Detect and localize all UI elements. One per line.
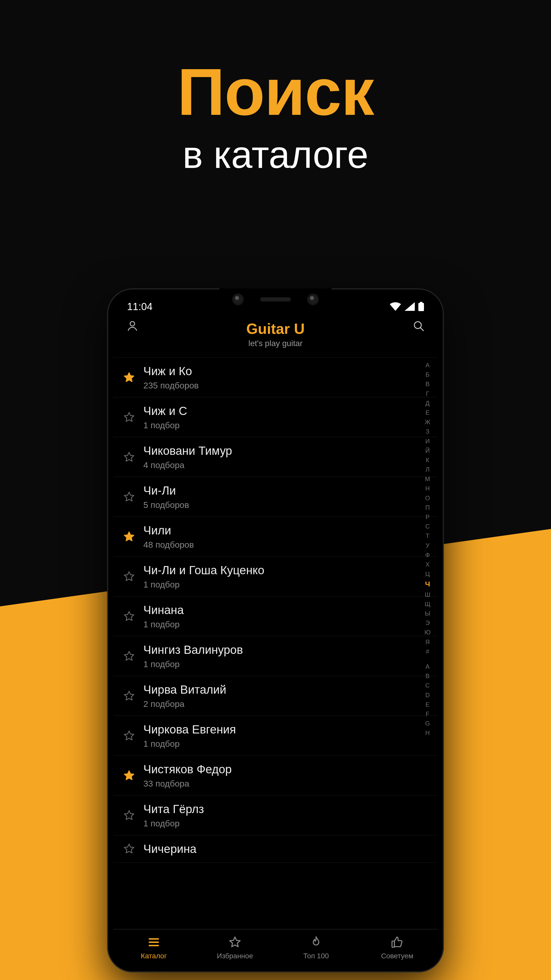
alpha-letter[interactable]: К	[426, 455, 429, 465]
favorite-star-icon[interactable]	[123, 570, 135, 583]
alpha-letter[interactable]: G	[425, 719, 430, 728]
star-icon	[228, 935, 241, 950]
alpha-letter[interactable]: Х	[426, 560, 430, 569]
list-item[interactable]: Чи-Ли 5 подборов	[113, 477, 438, 517]
svg-rect-1	[418, 303, 424, 311]
artist-name: Чинана	[143, 603, 426, 617]
artist-count: 1 подбор	[143, 420, 426, 430]
alpha-letter[interactable]: З	[426, 427, 430, 436]
alpha-letter[interactable]: Е	[426, 408, 430, 417]
alpha-letter[interactable]: Э	[425, 618, 430, 628]
artist-name: Чиж и Ко	[143, 364, 426, 378]
list-item[interactable]: Чиковани Тимур 4 подбора	[113, 437, 438, 477]
artist-name: Чистяков Федор	[143, 762, 426, 776]
hero-title: Поиск	[0, 59, 551, 125]
alpha-index[interactable]: АБВГДЕЖЗИЙКЛМНОПРСТУФХЦЧШЩЫЭЮЯ#ABCDEFGH	[421, 357, 434, 929]
artist-count: 48 подборов	[143, 540, 426, 550]
svg-rect-8	[392, 941, 395, 947]
alpha-letter[interactable]: C	[425, 681, 430, 690]
alpha-letter[interactable]: С	[425, 522, 430, 531]
phone-notch	[219, 288, 332, 310]
app-title: Guitar U	[113, 320, 438, 337]
tab-flame[interactable]: Топ 100	[275, 929, 357, 966]
alpha-letter[interactable]: H	[425, 728, 430, 738]
tab-menu[interactable]: Каталог	[113, 929, 194, 966]
artist-count: 1 подбор	[143, 818, 426, 829]
alpha-letter[interactable]: Ф	[425, 550, 430, 560]
profile-icon	[126, 320, 139, 332]
list-item[interactable]: Чингиз Валинуров 1 подбор	[113, 636, 438, 676]
tab-thumb[interactable]: Советуем	[357, 929, 438, 966]
list-item[interactable]: Чиркова Евгения 1 подбор	[113, 716, 438, 756]
profile-button[interactable]	[126, 320, 139, 333]
alpha-letter[interactable]: #	[426, 647, 429, 656]
artist-name: Чи-Ли и Гоша Куценко	[143, 563, 426, 577]
alpha-letter[interactable]: A	[426, 662, 430, 671]
favorite-star-icon[interactable]	[123, 650, 135, 662]
alpha-letter[interactable]: А	[426, 360, 430, 370]
alpha-letter[interactable]: В	[426, 379, 430, 389]
alpha-letter[interactable]: Щ	[425, 599, 430, 609]
favorite-star-icon[interactable]	[123, 690, 135, 702]
alpha-letter[interactable]: D	[425, 690, 430, 700]
list-item[interactable]: Чи-Ли и Гоша Куценко 1 подбор	[113, 557, 438, 597]
artist-name: Чи-Ли	[143, 484, 426, 497]
search-icon	[412, 320, 425, 332]
alpha-letter[interactable]: Л	[426, 465, 430, 474]
favorite-star-icon[interactable]	[123, 491, 135, 503]
list-item[interactable]: Чичерина	[113, 835, 438, 862]
svg-point-3	[414, 321, 421, 328]
favorite-star-icon[interactable]	[123, 411, 135, 423]
alpha-letter[interactable]: Ш	[425, 590, 430, 599]
artist-name: Чили	[143, 523, 426, 537]
list-item[interactable]: Чистяков Федор 33 подбора	[113, 756, 438, 795]
alpha-letter[interactable]: Ж	[425, 417, 430, 427]
alpha-letter[interactable]: Я	[425, 637, 430, 647]
artist-name: Чиркова Евгения	[143, 722, 426, 736]
tab-star[interactable]: Избранное	[194, 929, 275, 966]
alpha-letter[interactable]: B	[426, 671, 430, 681]
signal-icon	[405, 302, 415, 311]
app-tagline: let's play guitar	[113, 339, 438, 348]
list-item[interactable]: Чинана 1 подбор	[113, 597, 438, 636]
list-item[interactable]: Чита Гёрлз 1 подбор	[113, 795, 438, 835]
alpha-letter[interactable]: Ч	[425, 579, 430, 590]
favorite-star-icon[interactable]	[123, 451, 135, 463]
alpha-letter[interactable]: Ы	[425, 609, 430, 618]
favorite-star-icon[interactable]	[123, 531, 135, 543]
list-item[interactable]: Чиж и С 1 подбор	[113, 397, 438, 437]
alpha-letter[interactable]: М	[425, 474, 430, 484]
hero: Поиск в каталоге	[0, 59, 551, 177]
alpha-letter[interactable]: И	[425, 436, 430, 446]
alpha-letter[interactable]: F	[426, 709, 430, 719]
favorite-star-icon[interactable]	[123, 809, 135, 821]
favorite-star-icon[interactable]	[123, 610, 135, 622]
alpha-letter[interactable]: Ц	[425, 569, 430, 579]
list-item[interactable]: Чирва Виталий 2 подбора	[113, 676, 438, 716]
svg-rect-0	[420, 302, 422, 303]
alpha-letter[interactable]: Б	[426, 370, 430, 379]
alpha-letter[interactable]: О	[425, 493, 430, 503]
favorite-star-icon[interactable]	[123, 371, 135, 383]
alpha-letter[interactable]: Д	[426, 398, 430, 408]
svg-line-4	[421, 328, 424, 331]
alpha-letter[interactable]: П	[425, 503, 430, 512]
favorite-star-icon[interactable]	[123, 730, 135, 742]
favorite-star-icon[interactable]	[123, 770, 135, 782]
artist-name: Чиж и С	[143, 404, 426, 418]
list-item[interactable]: Чиж и Ко 235 подборов	[113, 357, 438, 397]
alpha-letter[interactable]: Ю	[424, 628, 430, 637]
alpha-letter[interactable]: Й	[425, 446, 430, 455]
alpha-letter[interactable]: E	[426, 700, 430, 709]
thumb-icon	[391, 935, 404, 950]
alpha-letter[interactable]: Г	[426, 389, 429, 398]
artist-list[interactable]: Чиж и Ко 235 подборов Чиж и С 1 подбор Ч…	[113, 357, 438, 929]
alpha-letter[interactable]: У	[426, 541, 429, 550]
artist-name: Чирва Виталий	[143, 682, 426, 697]
list-item[interactable]: Чили 48 подборов	[113, 517, 438, 557]
alpha-letter[interactable]: Р	[426, 512, 430, 522]
alpha-letter[interactable]: Т	[426, 531, 430, 541]
alpha-letter[interactable]: Н	[425, 484, 430, 493]
favorite-star-icon[interactable]	[123, 843, 135, 855]
search-button[interactable]	[412, 320, 425, 333]
